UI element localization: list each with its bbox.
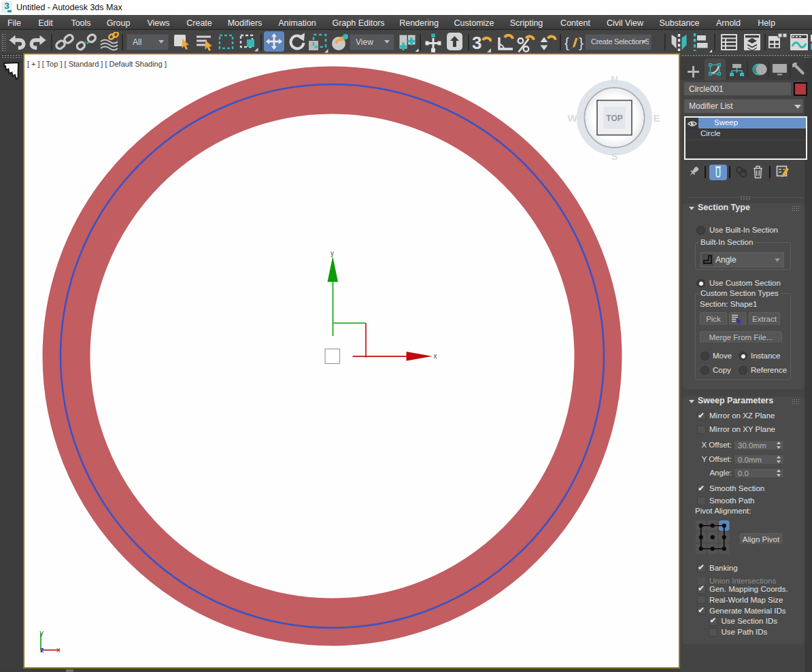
svg-text:y: y [40,628,44,637]
svg-text:}: } [579,35,583,50]
svg-text:z: z [40,645,44,654]
svg-text:y: y [331,250,334,257]
svg-text:TOP: TOP [606,114,622,123]
svg-text:3: 3 [472,33,481,53]
svg-text:E: E [653,112,660,124]
svg-text:S: S [611,150,618,162]
svg-text:x: x [434,352,437,360]
svg-text:{: { [564,35,569,50]
svg-text:x: x [56,645,61,654]
svg-text:N: N [611,73,618,85]
svg-text:W: W [567,112,577,124]
